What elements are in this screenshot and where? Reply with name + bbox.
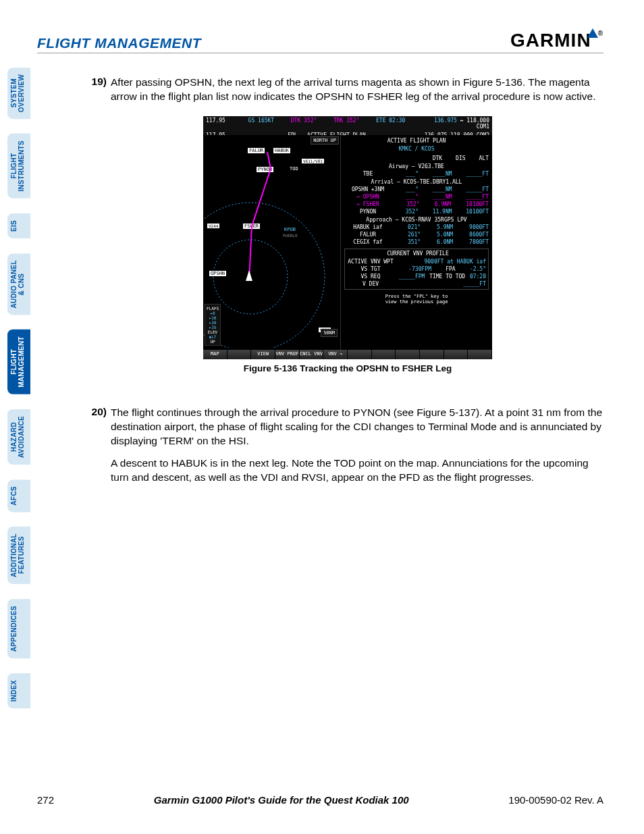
softkey[interactable] [396,350,420,359]
step-number: 19) [88,76,111,104]
softkey[interactable]: MAP [203,350,227,359]
sidebar-tab[interactable]: SYSTEM OVERVIEW [7,68,30,119]
figure-caption: Figure 5-136 Tracking the OPSHN to FSHER… [88,363,608,373]
page-header: FLIGHT MANAGEMENT GARMIN® [37,30,603,53]
softkey[interactable]: VNV → [323,350,348,359]
map-pane: NORTH UP FALUR HABUK PYNON TOD FSHER OPS… [203,135,342,348]
softkey[interactable] [372,350,396,359]
step-19: 19) After passing OPSHN, the next leg of… [88,76,608,104]
softkey[interactable]: VIEW [251,350,275,359]
revision-number: 190-00590-02 Rev. A [508,794,603,806]
step-text: The flight continues through the arrival… [111,406,608,485]
softkey[interactable] [420,350,444,359]
sidebar-tab[interactable]: AFCS [7,479,30,512]
figure-5-136: 117.95 GS 165KT DTK 352° TRK 352° ETE 02… [88,116,608,373]
softkey[interactable] [227,350,252,359]
softkey-bar: MAPVIEWVNV PROFCNCL VNVVNV → [203,350,492,359]
svg-marker-2 [246,270,252,281]
softkey[interactable]: CNCL VNV [300,350,324,359]
sidebar-tab[interactable]: APPENDICES [7,599,30,658]
section-title: FLIGHT MANAGEMENT [37,35,201,51]
page-number: 272 [37,794,54,806]
softkey[interactable] [348,350,372,359]
manual-title: Garmin G1000 Pilot's Guide for the Quest… [154,794,409,806]
sidebar-tab[interactable]: FLIGHT MANAGEMENT [7,330,30,394]
sidebar-tab[interactable]: HAZARD AVOIDANCE [7,409,30,465]
main-content: 19) After passing OPSHN, the next leg of… [88,76,608,496]
page-footer: 272 Garmin G1000 Pilot's Guide for the Q… [37,794,603,806]
softkey[interactable] [444,350,468,359]
step-number: 20) [88,406,111,485]
garmin-logo: GARMIN® [510,30,603,51]
step-text: After passing OPSHN, the next leg of the… [111,76,608,104]
logo-triangle-icon [587,28,598,38]
softkey[interactable] [468,350,492,359]
mfd-screenshot: 117.95 GS 165KT DTK 352° TRK 352° ETE 02… [203,116,492,359]
sidebar-tab[interactable]: FLIGHT INSTRUMENTS [7,134,30,199]
sidebar-tab[interactable]: INDEX [7,673,30,708]
svg-point-0 [203,203,325,348]
sidebar-tab[interactable]: EIS [7,213,30,238]
step-20: 20) The flight continues through the arr… [88,406,608,485]
flight-plan-panel: ACTIVE FLIGHT PLAN KMKC / KCOS DTKDISALT… [340,135,492,359]
sidebar-tab[interactable]: ADDITIONAL FEATURES [7,527,30,584]
softkey[interactable]: VNV PROF [275,350,300,359]
sidebar-tabs: SYSTEM OVERVIEWFLIGHT INSTRUMENTSEISAUDI… [7,68,30,708]
sidebar-tab[interactable]: AUDIO PANEL & CNS [7,253,30,315]
